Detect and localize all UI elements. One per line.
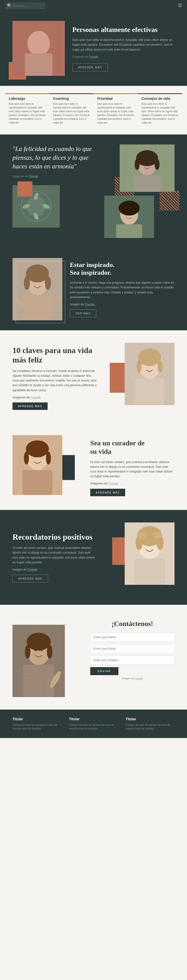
curador-cta-button[interactable]: APRENDE MÁS [90, 489, 125, 496]
hamburger-icon[interactable]: ☰ [178, 3, 182, 8]
claves-image-wrap [104, 343, 174, 413]
claves-body: Da cumplidos sinceros a menudo. Puede le… [13, 369, 97, 393]
svg-rect-60 [134, 558, 165, 585]
svg-point-8 [46, 36, 52, 48]
inspired-credit: Imagen de Freepik [70, 302, 174, 307]
svg-point-47 [158, 360, 163, 373]
svg-rect-28 [116, 224, 142, 238]
svg-point-3 [40, 39, 43, 42]
svg-point-1 [28, 30, 49, 54]
curador-body: Ut enim ad minim veniam, quis nostrud ex… [90, 460, 174, 479]
footer-col-2: Titular Campos de texto de ejemplo de te… [125, 717, 174, 730]
quote-freepik-link[interactable]: Freepik [29, 175, 38, 178]
curador-credit: Imágenes de Freepik [90, 481, 174, 486]
footer-title-2: Titular [125, 717, 174, 721]
inspired-cta-button[interactable]: VER MÁS [70, 309, 96, 317]
hero-body: Duis aute irure dolor in reprehenderit i… [72, 38, 174, 52]
svg-point-22 [135, 159, 139, 170]
curador-title: Sea un curador de su vida [90, 439, 174, 455]
curador-freepik-link[interactable]: Freepik [108, 482, 119, 485]
svg-rect-20 [133, 175, 161, 192]
contact-submit-button[interactable]: ENVIAR [90, 667, 119, 675]
curador-content: Sea un curador de su vida Ut enim ad min… [90, 439, 174, 496]
svg-rect-4 [25, 53, 52, 76]
contact-image [13, 625, 65, 697]
card-coaching: Coaching Duis aute irure dolor in repreh… [49, 93, 94, 127]
card-title-1: Coaching [53, 97, 90, 100]
recordatorios-title: Recordatorios positivos [13, 532, 97, 542]
recordatorios-section: Recordatorios positivos Ut enim ad minim… [0, 510, 187, 605]
footer-col-0: Titular Campos de texto de ejemplo de te… [13, 717, 62, 730]
claves-freepik-link[interactable]: Freepik [31, 396, 41, 399]
contact-subject-input[interactable] [90, 655, 174, 665]
card-text-0: Duis aute irure dolor in reprehenderit i… [9, 102, 46, 124]
card-consejos: Consejos de vida Duis aute irure dolor i… [138, 93, 182, 127]
freepik-link[interactable]: Freepik [89, 55, 98, 58]
recordatorios-credit: Imagen de Freepik [13, 567, 97, 572]
svg-point-55 [46, 452, 51, 465]
inspired-title: Estar inspirado. Sea inspirador. [70, 261, 174, 277]
hero-section: Personas altamente efectivas Duis aute i… [0, 11, 187, 86]
svg-point-64 [137, 531, 146, 538]
inspired-body: Anímese a sí mismo: haga una pregunta; a… [70, 280, 174, 300]
hero-title: Personas altamente efectivas [72, 25, 174, 34]
hero-content: Personas altamente efectivas Duis aute i… [72, 25, 174, 72]
contact-section: ¡Contáctenos! ENVIAR Imagen de Freepik [0, 605, 187, 710]
footer-text-0: Campos de texto de ejemplo de texto de m… [13, 723, 62, 730]
hero-image [13, 21, 65, 76]
svg-rect-0 [13, 21, 65, 76]
inspired-content: Estar inspirado. Sea inspirador. Anímese… [70, 261, 174, 317]
contact-credit: Imagen de Freepik [90, 677, 174, 680]
curador-image [13, 435, 62, 495]
claves-credit: Imágenes de Freepik [13, 395, 97, 400]
svg-rect-70 [23, 665, 54, 697]
inspired-section: Estar inspirado. Sea inspirador. Anímese… [0, 248, 187, 330]
hero-image-wrap [13, 21, 65, 76]
quote-text: "La felicidad es cuando lo que piensas, … [13, 145, 97, 171]
card-text-1: Duis aute irure dolor in reprehenderit i… [53, 102, 90, 124]
card-title-3: Consejos de vida [142, 97, 179, 100]
contact-image-wrap [13, 617, 83, 697]
quote-right [104, 145, 174, 238]
curador-image-wrap [13, 435, 83, 500]
claves-content: 10 claves para una vida más feliz Da cum… [13, 345, 97, 410]
card-text-2: Duis aute irure dolor in reprehenderit i… [97, 102, 134, 124]
claves-cta-button[interactable]: APRENDE MÁS [13, 402, 48, 410]
navigation: 🔍 ☰ [0, 0, 187, 11]
contact-form: ENVIAR [90, 633, 174, 675]
svg-point-6 [27, 25, 51, 44]
svg-point-7 [25, 36, 31, 48]
svg-point-5 [32, 50, 46, 56]
card-prioridad: Prioridad Duis aute irure dolor in repre… [94, 93, 138, 127]
hero-cta-button[interactable]: APRENDE MÁS [72, 64, 108, 72]
svg-point-78 [27, 633, 51, 651]
recordatorios-body: Ut enim ad minim veniam, quis nostrud ex… [13, 546, 97, 565]
contact-freepik-link[interactable]: Freepik [135, 677, 143, 680]
svg-point-46 [136, 360, 142, 373]
quote-section: "La felicidad es cuando lo que piensas, … [0, 134, 187, 248]
recordatorios-freepik-link[interactable]: Freepik [27, 568, 37, 571]
contact-name-input[interactable] [90, 633, 174, 642]
recordatorios-cta-button[interactable]: APRENDE MÁS [13, 574, 48, 582]
contact-content: ¡Contáctenos! ENVIAR Imagen de Freepik [90, 617, 174, 680]
claves-section: 10 claves para una vida más feliz Da cum… [0, 330, 187, 425]
search-input[interactable] [13, 4, 43, 8]
svg-point-54 [24, 452, 29, 465]
footer-col-1: Titular Campos de texto de ejemplo de te… [69, 717, 118, 730]
svg-point-65 [153, 531, 162, 538]
contact-email-input[interactable] [90, 644, 174, 653]
svg-point-45 [138, 348, 161, 366]
claves-image [125, 343, 174, 405]
quote-image-1 [120, 145, 174, 192]
quote-image-2 [104, 196, 154, 238]
claves-title: 10 claves para una vida más feliz [13, 345, 97, 365]
inspired-image-wrap [13, 258, 62, 320]
card-liderazgo: Liderazgo Duis aute irure dolor in repre… [5, 93, 49, 127]
inspired-freepik-link[interactable]: Freepik [85, 302, 95, 306]
card-title-0: Liderazgo [9, 97, 46, 100]
footer-text-1: Campos de texto de ejemplo de texto de m… [69, 723, 118, 730]
svg-point-79 [25, 645, 30, 659]
search-bar[interactable]: 🔍 [5, 2, 45, 9]
inspired-image [13, 258, 62, 320]
cards-section: Liderazgo Duis aute irure dolor in repre… [0, 86, 187, 134]
